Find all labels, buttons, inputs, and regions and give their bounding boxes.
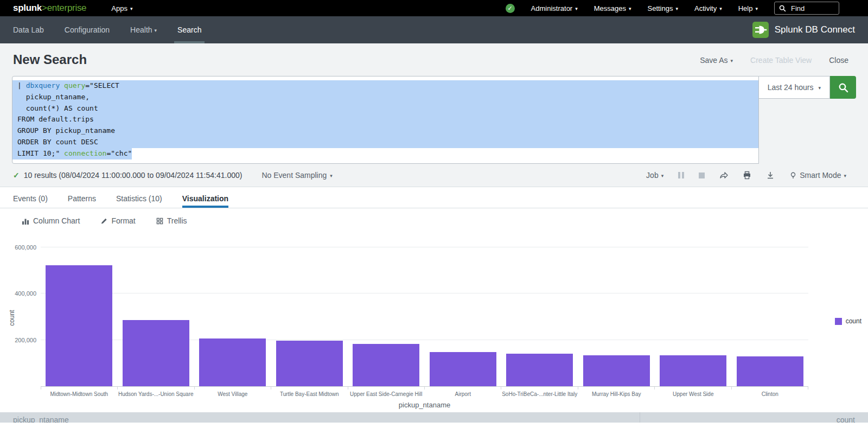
export-button[interactable] [766, 171, 775, 180]
bar-4[interactable] [353, 344, 419, 386]
chart-type-label: Column Chart [33, 216, 80, 225]
create-table-view-button[interactable]: Create Table View [750, 56, 812, 65]
activity-label: Activity [694, 4, 717, 12]
caret-down-icon: ▾ [130, 7, 133, 11]
pause-button[interactable] [678, 172, 684, 178]
caret-down-icon: ▾ [575, 7, 578, 11]
query-token: ="SELECT [85, 81, 119, 90]
query-token: GROUP BY pickup_ntaname [17, 126, 115, 135]
bar-1[interactable] [123, 320, 189, 386]
administrator-menu[interactable]: Administrator ▾ [531, 4, 578, 12]
share-button[interactable] [719, 171, 728, 180]
find-input[interactable] [790, 4, 834, 13]
caret-down-icon: ▾ [818, 86, 821, 91]
bar-slot [732, 237, 809, 386]
query-token: ORDER BY count DESC [17, 138, 98, 146]
search-submit-button[interactable] [830, 76, 856, 99]
caret-down-icon: ▾ [844, 174, 846, 178]
format-button[interactable]: Format [100, 216, 135, 225]
trellis-button[interactable]: Trellis [156, 216, 187, 225]
tab-visualization[interactable]: Visualization [182, 187, 228, 208]
settings-menu[interactable]: Settings ▾ [648, 4, 679, 12]
splunk-logo[interactable]: splunk>enterprise [13, 3, 86, 14]
category-label: Murray Hill-Kips Bay [578, 389, 655, 397]
event-sampling-menu[interactable]: No Event Sampling ▾ [261, 171, 332, 180]
nav-data-lab[interactable]: Data Lab [13, 16, 44, 43]
legend-label: count [846, 317, 861, 325]
chart-legend[interactable]: count [835, 317, 861, 325]
column-header-count[interactable]: count [640, 412, 868, 423]
caret-down-icon: ▾ [155, 28, 157, 33]
logo-splunk: splunk [13, 3, 42, 14]
messages-menu[interactable]: Messages ▾ [594, 4, 631, 12]
print-button[interactable] [743, 171, 751, 180]
event-sampling-label: No Event Sampling [261, 171, 327, 180]
chart-type-picker[interactable]: Column Chart [22, 216, 80, 225]
job-menu[interactable]: Job ▾ [646, 171, 663, 180]
caret-down-icon: ▾ [755, 7, 758, 11]
activity-menu[interactable]: Activity ▾ [694, 4, 722, 12]
category-label: Midtown-Midtown South [41, 389, 118, 397]
close-button[interactable]: Close [829, 56, 848, 65]
bar-8[interactable] [660, 355, 726, 386]
selected-text: LIMIT 10;" connection="chc" [12, 148, 132, 159]
bar-slot [578, 237, 655, 386]
lightbulb-icon [789, 171, 797, 180]
legend-swatch [835, 318, 842, 325]
bar-2[interactable] [199, 338, 266, 386]
results-check-icon: ✓ [13, 171, 20, 180]
search-mode-label: Smart Mode [800, 171, 841, 180]
query-token: FROM default.trips [17, 115, 94, 123]
query-editor[interactable]: | dbxquery query="SELECT pickup_ntaname,… [12, 76, 759, 164]
bar-slot [501, 237, 578, 386]
nav-health[interactable]: Health ▾ [130, 16, 157, 43]
save-as-button[interactable]: Save As ▾ [700, 56, 733, 65]
messages-label: Messages [594, 4, 626, 12]
query-token: | [17, 81, 26, 90]
query-line: pickup_ntaname, [12, 92, 758, 103]
results-summary: 10 results (08/04/2024 11:00:00.000 to 0… [24, 171, 242, 180]
results-tabs: Events (0) Patterns Statistics (10) Visu… [0, 187, 868, 208]
query-line: FROM default.trips [12, 114, 758, 125]
bar-9[interactable] [737, 356, 803, 386]
bar-6[interactable] [506, 354, 573, 386]
category-label: Hudson Yards-...-Union Square [118, 389, 195, 397]
bar-slot [118, 237, 195, 386]
y-axis-title: count [8, 302, 16, 334]
bar-0[interactable] [46, 265, 112, 386]
y-tick-label: 600,000 [0, 244, 36, 251]
print-icon [743, 171, 751, 180]
find-search-box[interactable] [774, 2, 839, 15]
help-label: Help [738, 4, 753, 12]
trellis-grid-icon [156, 218, 163, 225]
help-menu[interactable]: Help ▾ [738, 4, 758, 12]
category-labels: Midtown-Midtown SouthHudson Yards-...-Un… [41, 389, 808, 397]
search-icon [779, 5, 786, 12]
nav-configuration[interactable]: Configuration [65, 16, 110, 43]
apps-menu[interactable]: Apps ▾ [111, 4, 132, 12]
bar-5[interactable] [430, 352, 496, 386]
stop-button[interactable] [699, 173, 705, 178]
tab-patterns[interactable]: Patterns [68, 187, 96, 208]
page-title: New Search [13, 52, 87, 68]
column-header-pickup-ntaname[interactable]: pickup_ntaname [0, 412, 640, 423]
caret-down-icon: ▾ [629, 7, 631, 11]
column-chart: count 200,000400,000600,000 Midtown-Midt… [0, 232, 868, 412]
bar-7[interactable] [583, 355, 650, 386]
tab-events[interactable]: Events (0) [13, 187, 48, 208]
search-mode-menu[interactable]: Smart Mode ▾ [789, 171, 846, 180]
bar-slot [271, 237, 348, 386]
query-token: pickup_ntaname, [17, 93, 90, 101]
save-as-label: Save As [700, 56, 727, 65]
category-label: Turtle Bay-East Midtown [271, 389, 348, 397]
nav-health-label: Health [130, 25, 152, 34]
query-token [60, 81, 64, 90]
bar-3[interactable] [276, 341, 343, 386]
check-glyph: ✓ [508, 5, 513, 12]
health-check-icon: ✓ [506, 4, 515, 13]
nav-search[interactable]: Search [177, 16, 201, 43]
query-token: connection [64, 149, 106, 157]
tab-statistics[interactable]: Statistics (10) [116, 187, 162, 208]
app-nav-bar: Data Lab Configuration Health ▾ Search S… [0, 16, 868, 43]
time-range-picker[interactable]: Last 24 hours ▾ [759, 76, 830, 99]
